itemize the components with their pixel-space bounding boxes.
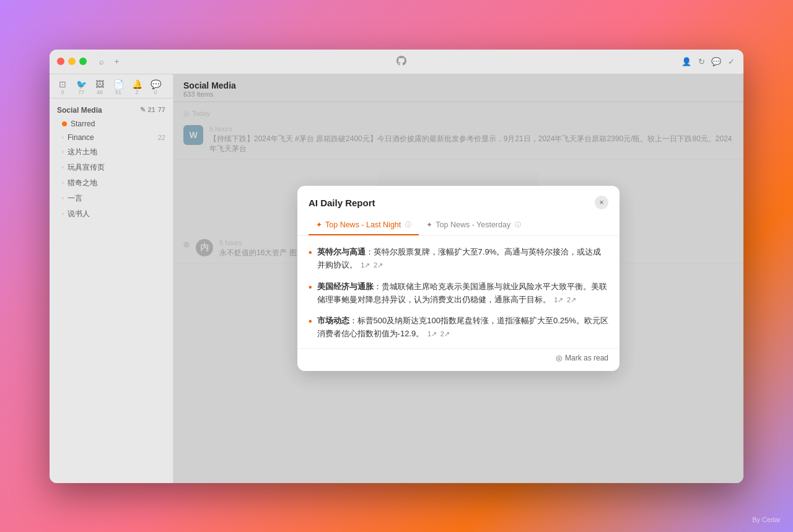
news-item-1: • 英特尔与高通：英特尔股票复牌，涨幅扩大至7.9%。高通与英特尔接洽，或达成并… [309, 246, 608, 272]
news-list: • 英特尔与高通：英特尔股票复牌，涨幅扩大至7.9%。高通与英特尔接洽，或达成并… [309, 246, 608, 341]
section-label: Social Media [57, 106, 102, 115]
main-content: Social Media 633 Items ◎ Today W 5 hours… [173, 74, 743, 483]
modal-close-button[interactable]: × [595, 196, 608, 209]
person-icon[interactable]: 👤 [681, 56, 691, 66]
bullet-1: • [309, 246, 312, 259]
modal-body: • 英特尔与高通：英特尔股票复牌，涨幅扩大至7.9%。高通与英特尔接洽，或达成并… [297, 236, 620, 348]
news-link-2b[interactable]: 2↗ [567, 296, 576, 303]
all-count: 0 [61, 89, 64, 95]
sidebar-item-finance[interactable]: › Finance 22 [50, 131, 173, 144]
info-icon-2: ⓘ [515, 220, 521, 229]
msg-count: 0 [154, 89, 157, 95]
sidebar-images-icon[interactable]: 🖼 46 [92, 79, 108, 95]
odd-label: 猎奇之地 [68, 178, 165, 188]
chevron-icon: › [62, 164, 64, 170]
news-link-1b[interactable]: 2↗ [374, 261, 383, 269]
images-icon: 🖼 [95, 79, 104, 89]
github-icon [396, 56, 406, 68]
title-bar-icons: ⌕ ＋ [97, 56, 121, 66]
bullet-3: • [309, 315, 312, 328]
minimize-button[interactable] [68, 58, 76, 65]
notif-count: 2 [135, 89, 138, 95]
twitter-bird-icon: 🐦 [76, 79, 87, 89]
search-icon[interactable]: ⌕ [97, 56, 107, 66]
tab-icon-yesterday: ✦ [426, 220, 432, 229]
chevron-icon: › [62, 180, 64, 186]
chevron-icon: › [62, 211, 64, 217]
check-icon[interactable]: ✓ [726, 56, 736, 66]
sidebar-messages-icon[interactable]: 💬 0 [147, 79, 164, 95]
tab-top-news-yesterday[interactable]: ✦ Top News - Yesterday ⓘ [419, 216, 528, 235]
articles-count: 51 [115, 89, 121, 95]
chevron-icon: › [62, 134, 64, 141]
news-text-1: 英特尔与高通：英特尔股票复牌，涨幅扩大至7.9%。高通与英特尔接洽，或达成并购协… [317, 246, 608, 272]
modal-header: AI Daily Report × [297, 186, 620, 209]
sidebar: ⊡ 0 🐦 77 🖼 46 📄 51 🔔 2 [50, 74, 173, 483]
sidebar-twitter-icon[interactable]: 🐦 77 [73, 79, 89, 95]
modal-tabs: ✦ Top News - Last Night ⓘ ✦ Top News - Y… [297, 209, 620, 236]
app-window: ⌕ ＋ 👤 ↻ 💬 ✓ ⊡ 0 🐦 77 [50, 50, 743, 483]
news-text-2: 美国经济与通胀：贵城联储主席哈克表示美国通胀与就业风险水平大致平衡。美联储理事鲍… [317, 281, 608, 307]
app-body: ⊡ 0 🐦 77 🖼 46 📄 51 🔔 2 [50, 74, 743, 483]
section-count2: 77 [158, 106, 165, 114]
images-count: 46 [97, 89, 103, 95]
chevron-icon: › [62, 195, 64, 201]
comment-icon[interactable]: 💬 [711, 56, 721, 66]
sidebar-item-odd[interactable]: › 猎奇之地 [50, 175, 173, 191]
twitter-count: 77 [78, 89, 84, 95]
sidebar-item-toys[interactable]: › 玩具宣传页 [50, 160, 173, 175]
sidebar-item-storyteller[interactable]: › 说书人 [50, 206, 173, 222]
mark-as-read-button[interactable]: ◎ Mark as read [556, 354, 608, 362]
chat-icon: 💬 [151, 79, 161, 89]
news-link-1a[interactable]: 1↗ [361, 261, 370, 269]
sidebar-icon-bar: ⊡ 0 🐦 77 🖼 46 📄 51 🔔 2 [50, 77, 173, 98]
news-link-3a[interactable]: 1↗ [427, 330, 437, 338]
sidebar-notifications-icon[interactable]: 🔔 2 [129, 79, 145, 95]
sidebar-item-starred[interactable]: Starred [50, 117, 173, 131]
info-icon: ⓘ [405, 220, 411, 229]
chevron-icon: › [62, 149, 64, 155]
starred-label: Starred [71, 120, 165, 128]
traffic-lights [57, 58, 87, 65]
starred-dot [62, 121, 67, 126]
title-bar-right: 👤 ↻ 💬 ✓ [681, 56, 736, 66]
section-count: 21 [148, 106, 156, 114]
modal-overlay: AI Daily Report × ✦ Top News - Last Nigh… [173, 74, 743, 483]
tab-icon-last-night: ✦ [316, 220, 322, 229]
articles-icon: 📄 [113, 79, 124, 89]
news-item-3: • 市场动态：标普500及纳斯达克100指数尾盘转涨，道指涨幅扩大至0.25%。… [309, 315, 608, 341]
news-item-2: • 美国经济与通胀：贵城联储主席哈克表示美国通胀与就业风险水平大致平衡。美联储理… [309, 281, 608, 307]
close-button[interactable] [57, 58, 64, 65]
storyteller-label: 说书人 [68, 209, 165, 219]
tab-label-last-night: Top News - Last Night [325, 220, 401, 229]
sidebar-item-land[interactable]: › 这片土地 [50, 144, 173, 160]
modal-title: AI Daily Report [309, 198, 375, 208]
ai-daily-report-modal: AI Daily Report × ✦ Top News - Last Nigh… [297, 186, 620, 371]
by-cedar-label: By Cedar [752, 516, 781, 523]
section-actions: ✎ 21 77 [140, 106, 166, 114]
sidebar-section-title: Social Media ✎ 21 77 [50, 103, 173, 117]
toys-label: 玩具宣传页 [68, 162, 165, 173]
mark-read-icon: ◎ [556, 354, 562, 362]
title-bar: ⌕ ＋ 👤 ↻ 💬 ✓ [50, 50, 743, 74]
maximize-button[interactable] [79, 58, 87, 65]
section-edit-icon[interactable]: ✎ [140, 106, 146, 114]
finance-label: Finance [68, 133, 154, 142]
sidebar-all-icon[interactable]: ⊡ 0 [55, 79, 71, 95]
refresh-icon[interactable]: ↻ [696, 56, 706, 66]
tab-label-yesterday: Top News - Yesterday [436, 220, 510, 229]
tab-top-news-last-night[interactable]: ✦ Top News - Last Night ⓘ [309, 216, 419, 235]
news-link-3b[interactable]: 2↗ [440, 330, 450, 338]
add-icon[interactable]: ＋ [112, 56, 121, 66]
yiyan-label: 一言 [68, 193, 165, 204]
news-link-2a[interactable]: 1↗ [554, 296, 563, 303]
land-label: 这片土地 [68, 147, 165, 157]
sidebar-articles-icon[interactable]: 📄 51 [110, 79, 126, 95]
mark-read-label: Mark as read [565, 354, 608, 362]
bullet-2: • [309, 281, 312, 294]
finance-count: 22 [158, 134, 165, 141]
bell-icon: 🔔 [132, 79, 142, 89]
sidebar-item-yiyan[interactable]: › 一言 [50, 191, 173, 206]
all-icon: ⊡ [59, 79, 66, 89]
modal-footer: ◎ Mark as read [297, 348, 620, 371]
